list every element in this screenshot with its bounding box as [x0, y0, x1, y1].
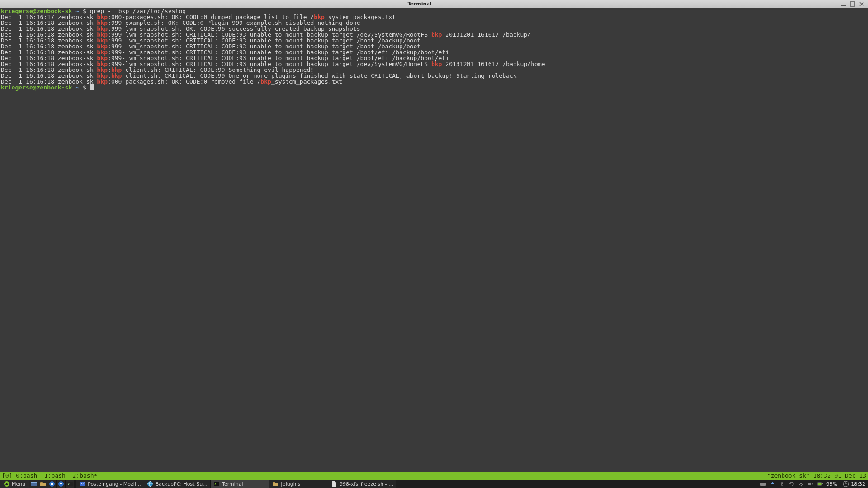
- task-label: Posteingang - Mozil…: [88, 481, 141, 487]
- grep-match: bkp: [431, 31, 442, 38]
- svg-rect-20: [818, 483, 822, 485]
- document-icon: [331, 481, 337, 487]
- taskbar-task-plugins[interactable]: |plugins: [269, 480, 328, 488]
- svg-rect-4: [31, 482, 37, 483]
- panel: Menu Posteingang - Mozil…BackupPC: Host …: [0, 480, 868, 488]
- svg-rect-0: [841, 5, 846, 6]
- show-desktop-button[interactable]: [29, 480, 38, 488]
- svg-rect-13: [214, 482, 219, 486]
- svg-rect-15: [273, 482, 275, 483]
- keyboard-icon[interactable]: [760, 481, 766, 487]
- distro-logo-icon: [4, 481, 10, 487]
- prompt-line: kriegerse@zenbook-sk ~ $: [1, 84, 867, 90]
- browser-launcher[interactable]: [47, 480, 56, 488]
- window-maximize-button[interactable]: [849, 1, 856, 7]
- tmux-host-clock: "zenbook-sk" 18:32 01-Dec-13: [767, 472, 868, 480]
- task-label: |plugins: [281, 481, 300, 487]
- tmux-status-bar: [0] 0:bash- 1:bash 2:bash* "zenbook-sk" …: [0, 472, 868, 480]
- cursor: [90, 84, 94, 90]
- log-line: Dec 1 16:16:18 zenbook-sk bkp:000-packag…: [1, 79, 867, 84]
- window-title: Terminal: [0, 1, 839, 7]
- thunderbird-launcher[interactable]: [56, 480, 65, 488]
- task-label: 998-xfs_freeze.sh - …: [340, 481, 393, 487]
- mail-icon: [79, 481, 85, 487]
- window-close-button[interactable]: [858, 1, 865, 7]
- terminal-launcher[interactable]: [65, 480, 74, 488]
- task-label: BackupPC: Host Su…: [156, 481, 208, 487]
- file-manager-launcher[interactable]: [38, 480, 47, 488]
- updates-icon[interactable]: [769, 481, 776, 487]
- task-label: Terminal: [222, 481, 243, 487]
- svg-rect-1: [850, 2, 855, 6]
- grep-match: bkp: [260, 78, 271, 85]
- window-minimize-button[interactable]: [840, 1, 847, 7]
- volume-icon[interactable]: [807, 481, 814, 487]
- taskbar-task-backuppc[interactable]: BackupPC: Host Su…: [144, 480, 210, 488]
- tmux-windows-list[interactable]: [0] 0:bash- 1:bash 2:bash*: [0, 472, 97, 480]
- clock-icon: [843, 481, 849, 487]
- menu-button[interactable]: Menu: [0, 480, 29, 488]
- menu-label: Menu: [12, 481, 25, 487]
- sync-icon[interactable]: [788, 481, 795, 487]
- window-titlebar: Terminal: [0, 0, 868, 8]
- clock-text: 18:32: [851, 481, 865, 487]
- bluetooth-icon[interactable]: [779, 481, 785, 487]
- svg-rect-16: [760, 483, 766, 486]
- globe-icon: [147, 481, 153, 487]
- battery-icon[interactable]: [817, 481, 823, 487]
- terminal-viewport[interactable]: kriegerse@zenbook-sk ~ $ grep -i bkp /va…: [0, 8, 868, 472]
- taskbar-task-mail[interactable]: Posteingang - Mozil…: [76, 480, 144, 488]
- taskbar-task-terminal[interactable]: Terminal: [210, 480, 269, 488]
- battery-percent: 98%: [826, 481, 837, 487]
- terminal-icon: [213, 481, 220, 487]
- taskbar-task-editor[interactable]: 998-xfs_freeze.sh - …: [328, 480, 396, 488]
- svg-point-17: [801, 485, 802, 487]
- system-tray: 98%: [757, 480, 840, 488]
- grep-match: bkp: [97, 78, 108, 85]
- svg-point-8: [51, 483, 53, 485]
- svg-rect-6: [40, 482, 43, 483]
- svg-rect-10: [67, 482, 73, 486]
- folder-icon: [272, 481, 278, 487]
- network-icon[interactable]: [798, 481, 804, 487]
- panel-clock[interactable]: 18:32: [840, 480, 868, 488]
- svg-rect-19: [822, 483, 823, 484]
- grep-match: bkp: [431, 61, 442, 67]
